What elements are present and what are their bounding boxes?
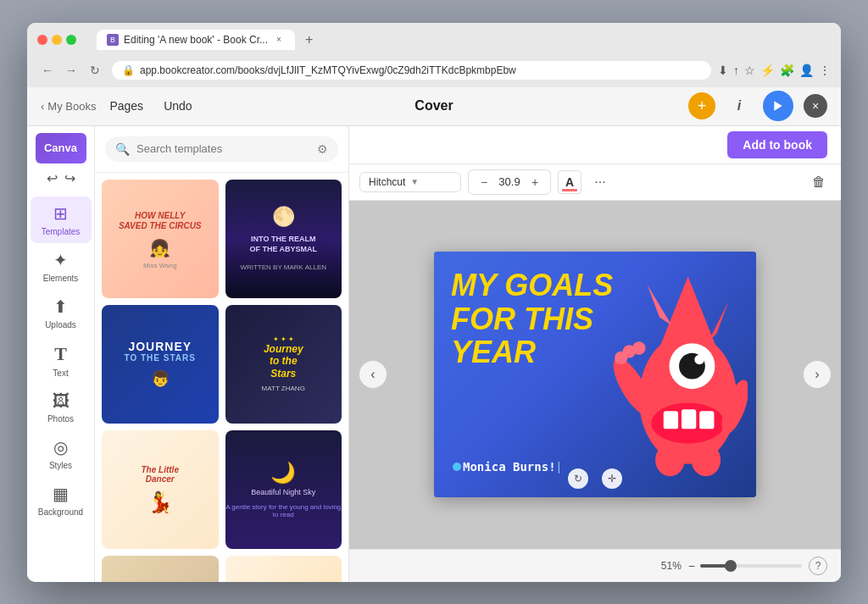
styles-icon: ◎	[53, 437, 68, 457]
font-size-minus-button[interactable]: −	[476, 174, 492, 191]
share-icon[interactable]: ↑	[733, 64, 739, 77]
template-card-journey-stars[interactable]: ✦ ✦ ✦ Journeyto theStars MATT ZHANG	[225, 305, 342, 424]
my-books-button[interactable]: ‹ My Books	[41, 100, 96, 113]
tab-close-button[interactable]: ×	[273, 34, 285, 46]
zoom-slider-thumb[interactable]	[725, 560, 737, 572]
forward-button[interactable]: →	[61, 60, 81, 80]
svg-marker-3	[647, 285, 671, 325]
template-card-night-sky[interactable]: 🌙 Beautiful Night Sky A gentle story for…	[225, 430, 342, 549]
close-canva-button[interactable]: ×	[804, 94, 827, 118]
main-content: Canva ↩ ↪ ⊞ Templates ✦ Elements ⬆ Uploa…	[27, 126, 841, 582]
app-container: ‹ My Books Pages Undo Cover + i ×	[27, 87, 841, 582]
new-tab-button[interactable]: +	[302, 32, 316, 47]
pages-nav-item[interactable]: Pages	[109, 99, 143, 113]
browser-action-icons: ⬇ ↑ ☆ ⚡ 🧩 👤 ⋮	[718, 64, 831, 77]
prev-page-button[interactable]: ‹	[359, 361, 387, 388]
filter-icon[interactable]: ⚙	[317, 142, 328, 156]
font-dropdown-icon: ▼	[410, 177, 419, 186]
zoom-out-button[interactable]: −	[688, 559, 695, 573]
template-card-bear[interactable]: THE BEAR'SHAPPINESS 🐻	[102, 556, 219, 582]
sidebar-item-photos[interactable]: 🖼 Photos	[31, 385, 92, 430]
my-books-label: My Books	[47, 100, 96, 113]
svg-rect-9	[664, 411, 678, 429]
text-label: Text	[53, 368, 68, 378]
font-size-value: 30.9	[496, 175, 523, 188]
font-name: Hitchcut	[369, 176, 405, 188]
template-card-nelly[interactable]: HOW NELLYSAVED THE CIRCUS 👧 Miss Wang	[102, 180, 219, 298]
templates-grid: HOW NELLYSAVED THE CIRCUS 👧 Miss Wang 🌕 …	[95, 173, 348, 582]
templates-panel: 🔍 ⚙ HOW NELLYSAVED THE CIRCUS 👧 Miss Wan…	[95, 126, 349, 582]
text-color-button[interactable]: A	[558, 170, 581, 194]
next-page-button[interactable]: ›	[804, 361, 831, 388]
template-card-journey-text[interactable]: JOURNEY TO THE STARS 👦	[102, 305, 219, 424]
active-tab[interactable]: B Editing 'A new book' - Book Cr... ×	[97, 30, 295, 50]
topbar-right: + i ×	[688, 91, 827, 121]
sidebar-item-templates[interactable]: ⊞ Templates	[31, 197, 92, 243]
template-card-circus[interactable]: TheCirCUS 🎪	[225, 556, 342, 582]
svg-point-7	[694, 355, 704, 365]
background-label: Background	[38, 507, 83, 517]
zoom-slider[interactable]	[700, 564, 802, 568]
delete-button[interactable]: 🗑	[807, 170, 831, 194]
slide-subtitle[interactable]: Monica Burns!	[463, 460, 556, 474]
browser-tabs: B Editing 'A new book' - Book Cr... × +	[97, 30, 316, 50]
reposition-handle[interactable]: ✛	[602, 468, 622, 489]
search-icon: 🔍	[115, 142, 130, 156]
url-text: app.bookcreator.com/books/dvjLfJlIT_KzMT…	[140, 64, 516, 76]
play-button[interactable]	[763, 91, 793, 121]
undo-nav-item[interactable]: Undo	[164, 99, 192, 113]
topbar-nav: Pages Undo	[109, 99, 192, 113]
add-to-book-button[interactable]: Add to book	[727, 131, 827, 158]
text-icon: T	[54, 343, 67, 365]
app-topbar: ‹ My Books Pages Undo Cover + i ×	[27, 87, 841, 126]
sidebar-item-text[interactable]: T Text	[31, 336, 92, 385]
maximize-window-button[interactable]	[66, 35, 76, 45]
download-icon[interactable]: ⬇	[718, 64, 728, 77]
refresh-button[interactable]: ↻	[85, 60, 105, 80]
search-input[interactable]	[136, 142, 310, 155]
zoom-level: 51%	[661, 560, 682, 572]
undo-button[interactable]: ↩	[47, 170, 58, 186]
font-size-plus-button[interactable]: +	[526, 174, 543, 191]
template-card-little-dancer[interactable]: The LittleDancer 💃	[102, 430, 219, 549]
address-bar[interactable]: 🔒 app.bookcreator.com/books/dvjLfJlIT_Kz…	[112, 61, 711, 80]
traffic-lights	[37, 35, 76, 45]
slide-monster-illustration	[612, 260, 748, 480]
styles-label: Styles	[49, 461, 72, 470]
sidebar-item-uploads[interactable]: ⬆ Uploads	[31, 290, 92, 336]
zoom-control: −	[688, 559, 802, 573]
template-card-abysmal[interactable]: 🌕 INTO THE REALMOF THE ABYSMAL WRITTEN B…	[225, 180, 342, 298]
uploads-icon: ⬆	[53, 296, 68, 317]
help-button[interactable]: ?	[809, 557, 827, 575]
puzzle-icon[interactable]: 🧩	[780, 64, 794, 77]
minimize-window-button[interactable]	[52, 35, 62, 45]
tab-favicon: B	[107, 34, 119, 46]
rotate-handle[interactable]: ↻	[568, 468, 588, 489]
slide-title[interactable]: MY GoalsFor thisYear	[451, 269, 613, 369]
svg-point-18	[691, 444, 721, 477]
canva-history: ↩ ↪	[47, 170, 75, 186]
canvas-viewport: ‹ MY GoalsFor thisYear	[349, 201, 841, 549]
search-bar[interactable]: 🔍 ⚙	[105, 136, 338, 162]
back-chevron-icon: ‹	[41, 100, 44, 113]
info-button[interactable]: i	[726, 92, 753, 119]
extensions-icon[interactable]: ⚡	[760, 64, 775, 77]
sidebar-item-elements[interactable]: ✦ Elements	[31, 243, 92, 290]
canvas-toolbar: Hitchcut ▼ − 30.9 + A ··· 🗑	[349, 164, 841, 201]
more-options-button[interactable]: ···	[588, 170, 612, 194]
sidebar-item-background[interactable]: ▦ Background	[31, 477, 92, 524]
canvas-slide: MY GoalsFor thisYear	[434, 252, 756, 497]
add-page-button[interactable]: +	[688, 92, 715, 119]
canvas-area: Add to book Hitchcut ▼ − 30.9 + A	[349, 126, 841, 582]
profile-icon[interactable]: 👤	[799, 64, 814, 77]
back-button[interactable]: ←	[37, 60, 58, 80]
sidebar-item-styles[interactable]: ◎ Styles	[31, 430, 92, 477]
redo-button[interactable]: ↪	[64, 170, 75, 186]
bookmark-icon[interactable]: ☆	[744, 64, 755, 77]
close-window-button[interactable]	[37, 35, 47, 45]
templates-label: Templates	[42, 227, 81, 236]
menu-icon[interactable]: ⋮	[819, 64, 831, 77]
photos-label: Photos	[47, 414, 74, 424]
font-selector[interactable]: Hitchcut ▼	[359, 172, 461, 192]
canva-sidebar: Canva ↩ ↪ ⊞ Templates ✦ Elements ⬆ Uploa…	[27, 126, 95, 582]
